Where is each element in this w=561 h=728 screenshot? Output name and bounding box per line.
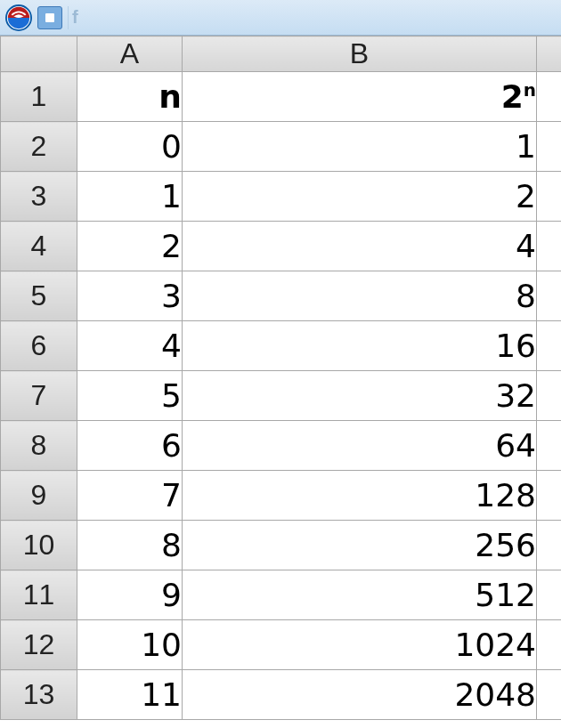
cell-B7[interactable]: 32: [183, 371, 537, 421]
cell-C13[interactable]: [537, 670, 562, 720]
column-header-B[interactable]: B: [183, 36, 537, 72]
table-row: 97128: [1, 471, 562, 521]
table-row: 8664: [1, 421, 562, 471]
table-row: 7532: [1, 371, 562, 421]
cell-text: 16: [495, 328, 536, 364]
cell-B5[interactable]: 8: [183, 271, 537, 321]
cell-C6[interactable]: [537, 321, 562, 371]
cell-A8[interactable]: 6: [77, 421, 183, 471]
cell-C2[interactable]: [537, 122, 562, 172]
cell-A9[interactable]: 7: [77, 471, 183, 521]
cell-B4[interactable]: 4: [183, 222, 537, 271]
cell-text: 2n: [501, 78, 536, 115]
cell-text: 9: [161, 577, 182, 613]
cell-A6[interactable]: 4: [77, 321, 183, 371]
cell-text: 1: [161, 178, 182, 214]
row-header[interactable]: 10: [1, 521, 77, 570]
cell-A1[interactable]: n: [77, 72, 183, 122]
column-header-A[interactable]: A: [77, 36, 183, 72]
cell-text: 2048: [454, 676, 536, 713]
row-header[interactable]: 9: [1, 471, 77, 521]
cell-text: 8: [161, 527, 182, 563]
cell-text: 64: [495, 427, 536, 464]
cell-B6[interactable]: 16: [183, 321, 537, 371]
row-header[interactable]: 4: [1, 222, 77, 271]
cell-C1[interactable]: [537, 72, 562, 122]
cell-B8[interactable]: 64: [183, 421, 537, 471]
cell-A13[interactable]: 11: [77, 670, 183, 720]
toolbar-divider: [68, 6, 69, 29]
cell-text: 0: [161, 128, 182, 165]
window-control-button[interactable]: [37, 6, 62, 29]
cell-text: 2: [516, 178, 536, 214]
title-fragment: f: [72, 7, 78, 28]
cell-A5[interactable]: 3: [77, 271, 183, 321]
cell-B1[interactable]: 2n: [183, 72, 537, 122]
row-header[interactable]: 3: [1, 172, 77, 222]
cell-text: 6: [161, 427, 182, 464]
table-row: 12101024: [1, 620, 562, 670]
table-row: 119512: [1, 570, 562, 620]
cell-C4[interactable]: [537, 222, 562, 271]
cell-text: 4: [161, 328, 182, 364]
cell-C3[interactable]: [537, 172, 562, 222]
cell-B11[interactable]: 512: [183, 570, 537, 620]
row-header[interactable]: 12: [1, 620, 77, 670]
cell-C8[interactable]: [537, 421, 562, 471]
cell-B3[interactable]: 2: [183, 172, 537, 222]
table-row: 1n2n: [1, 72, 562, 122]
cell-text: 3: [161, 278, 182, 314]
cell-C5[interactable]: [537, 271, 562, 321]
row-header[interactable]: 2: [1, 122, 77, 172]
table-row: 424: [1, 222, 562, 271]
cell-A4[interactable]: 2: [77, 222, 183, 271]
cell-C9[interactable]: [537, 471, 562, 521]
cell-C11[interactable]: [537, 570, 562, 620]
row-header[interactable]: 8: [1, 421, 77, 471]
cell-B13[interactable]: 2048: [183, 670, 537, 720]
cell-A3[interactable]: 1: [77, 172, 183, 222]
row-header[interactable]: 5: [1, 271, 77, 321]
cell-A12[interactable]: 10: [77, 620, 183, 670]
row-header[interactable]: 1: [1, 72, 77, 122]
cell-A2[interactable]: 0: [77, 122, 183, 172]
spreadsheet-grid[interactable]: A B 1n2n20131242453864167532866497128108…: [0, 36, 561, 720]
table-row: 6416: [1, 321, 562, 371]
cell-B10[interactable]: 256: [183, 521, 537, 570]
table-row: 538: [1, 271, 562, 321]
cell-text: 256: [475, 527, 536, 563]
table-row: 13112048: [1, 670, 562, 720]
table-row: 108256: [1, 521, 562, 570]
cell-C7[interactable]: [537, 371, 562, 421]
cell-A11[interactable]: 9: [77, 570, 183, 620]
cell-B2[interactable]: 1: [183, 122, 537, 172]
table-row: 201: [1, 122, 562, 172]
cell-text: 1: [516, 128, 536, 165]
row-header[interactable]: 11: [1, 570, 77, 620]
cell-text: 5: [161, 377, 182, 414]
cell-text: 2: [161, 228, 182, 264]
row-header[interactable]: 13: [1, 670, 77, 720]
cell-B12[interactable]: 1024: [183, 620, 537, 670]
column-header-C[interactable]: [537, 36, 562, 72]
cell-A10[interactable]: 8: [77, 521, 183, 570]
cell-text: 32: [495, 377, 536, 414]
corner-cell[interactable]: [1, 36, 77, 72]
cell-text: 7: [161, 477, 182, 514]
cell-text: 1024: [454, 627, 536, 663]
row-header[interactable]: 7: [1, 371, 77, 421]
table-row: 312: [1, 172, 562, 222]
app-logo-icon: [5, 4, 32, 31]
cell-C10[interactable]: [537, 521, 562, 570]
cell-text: 10: [141, 627, 182, 663]
cell-text: n: [159, 78, 182, 115]
cell-B9[interactable]: 128: [183, 471, 537, 521]
cell-text: 11: [141, 676, 182, 713]
cell-A7[interactable]: 5: [77, 371, 183, 421]
cell-text: 128: [475, 477, 536, 514]
window-title-bar: f: [0, 0, 561, 36]
maximize-icon: [45, 13, 54, 22]
cell-C12[interactable]: [537, 620, 562, 670]
cell-text: 4: [516, 228, 536, 264]
row-header[interactable]: 6: [1, 321, 77, 371]
